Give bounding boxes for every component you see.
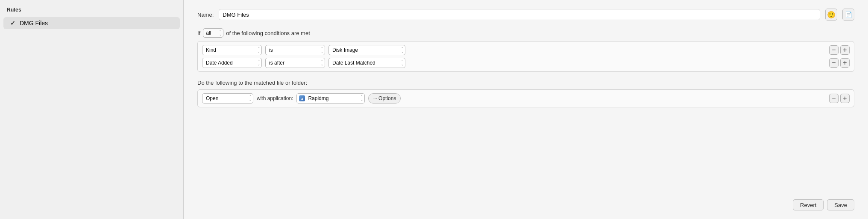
of-conditions-label: of the following conditions are met <box>226 30 310 36</box>
document-icon: 📄 <box>845 11 852 18</box>
sidebar: Rules ✓ DMG Files <box>0 0 184 219</box>
open-verb-wrap[interactable]: Open Reveal in Finder Move to Trash <box>202 93 253 104</box>
app-select[interactable]: Rapidmg Finder <box>296 93 365 104</box>
all-any-select-wrapper[interactable]: all any <box>203 28 223 38</box>
is-after-op-wrap[interactable]: is after is before is <box>265 58 325 68</box>
condition-row-1: Kind Date Added Name is is not Disk Imag… <box>202 45 850 55</box>
app-select-container[interactable]: ▲ Rapidmg Finder <box>296 93 365 104</box>
disk-image-val-wrap[interactable]: Disk Image Folder Document <box>328 45 405 55</box>
is-op-wrap[interactable]: is is not <box>265 45 325 55</box>
kind-field-wrap[interactable]: Kind Date Added Name <box>202 45 262 55</box>
is-op-select[interactable]: is is not <box>265 45 325 55</box>
kind-field-select[interactable]: Kind Date Added Name <box>202 45 262 55</box>
name-input[interactable] <box>219 9 820 20</box>
sidebar-item-dmg-files[interactable]: ✓ DMG Files <box>3 17 180 29</box>
options-button[interactable]: ··· Options <box>368 93 401 104</box>
action-description-label: Do the following to the matched file or … <box>197 80 854 86</box>
with-application-label: with application: <box>257 95 293 101</box>
sidebar-title: Rules <box>0 5 183 17</box>
is-after-op-select[interactable]: is after is before is <box>265 58 325 68</box>
row2-controls: − + <box>829 58 850 68</box>
bottom-row: Revert Save <box>197 198 854 210</box>
row1-controls: − + <box>829 45 850 55</box>
name-label: Name: <box>197 12 214 18</box>
options-label: Options <box>378 95 396 101</box>
add-condition-1-button[interactable]: + <box>840 45 850 55</box>
condition-row-2: Date Added Kind Name is after is before … <box>202 58 850 68</box>
action-controls: − + <box>829 94 850 103</box>
add-action-button[interactable]: + <box>840 94 850 103</box>
name-row: Name: 🙂 📄 <box>197 9 854 21</box>
date-last-matched-val-select[interactable]: Date Last Matched Today Yesterday <box>328 58 405 68</box>
action-row: Open Reveal in Finder Move to Trash with… <box>197 89 854 107</box>
open-verb-select[interactable]: Open Reveal in Finder Move to Trash <box>202 93 253 104</box>
date-last-matched-val-wrap[interactable]: Date Last Matched Today Yesterday <box>328 58 405 68</box>
options-dots-icon: ··· <box>373 95 377 102</box>
all-any-select[interactable]: all any <box>203 28 223 38</box>
main-content: Name: 🙂 📄 If all any of the following co… <box>184 0 868 219</box>
disk-image-val-select[interactable]: Disk Image Folder Document <box>328 45 405 55</box>
revert-button[interactable]: Revert <box>793 199 824 210</box>
if-label: If <box>197 30 200 36</box>
add-condition-2-button[interactable]: + <box>840 58 850 68</box>
remove-condition-2-button[interactable]: − <box>829 58 839 68</box>
emoji-button[interactable]: 🙂 <box>825 9 837 21</box>
remove-condition-1-button[interactable]: − <box>829 45 839 55</box>
document-button[interactable]: 📄 <box>842 9 854 21</box>
condition-header: If all any of the following conditions a… <box>197 28 854 38</box>
date-added-field-select[interactable]: Date Added Kind Name <box>202 58 262 68</box>
checkmark-icon: ✓ <box>10 20 15 27</box>
conditions-section: If all any of the following conditions a… <box>197 28 854 72</box>
date-added-field-wrap[interactable]: Date Added Kind Name <box>202 58 262 68</box>
conditions-box: Kind Date Added Name is is not Disk Imag… <box>197 41 854 72</box>
sidebar-item-label: DMG Files <box>20 20 48 27</box>
emoji-icon: 🙂 <box>827 11 836 19</box>
action-section: Do the following to the matched file or … <box>197 80 854 107</box>
save-button[interactable]: Save <box>827 199 854 210</box>
remove-action-button[interactable]: − <box>829 94 839 103</box>
